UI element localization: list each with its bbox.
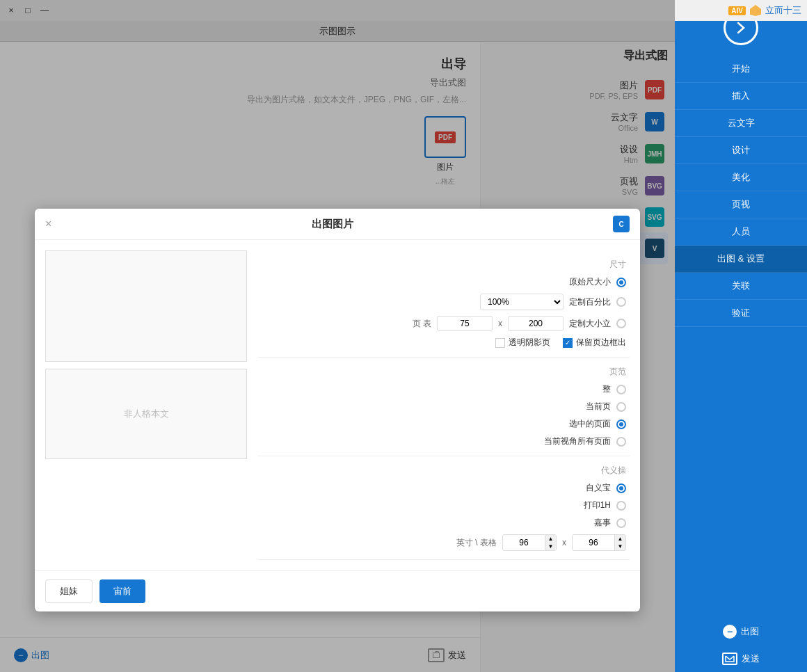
dialog-title-bar: × 出图图片 C bbox=[35, 209, 640, 240]
app-logo: AIV 立而十三 bbox=[728, 3, 801, 17]
current-page-radio[interactable] bbox=[616, 402, 626, 412]
dialog-close-button[interactable]: × bbox=[45, 218, 51, 230]
right-sidebar: 开始 插入 云文字 设计 美化 页视 人员 出图 & 设置 关联 验证 − 出图 bbox=[675, 0, 807, 672]
current-page-label: 当前页 bbox=[586, 401, 611, 413]
border-checkbox-item[interactable]: 保留页边框出 bbox=[563, 337, 626, 349]
res-inputs-row: 英寸 \ 表格 ▲ ▼ x ▲ bbox=[257, 534, 630, 551]
res-height-down[interactable]: ▼ bbox=[545, 543, 556, 550]
custom-pages-label: 当前视角所有页面 bbox=[544, 435, 611, 447]
shadow-checkbox-item[interactable]: 透明阴影页 bbox=[495, 337, 550, 349]
res-width-input[interactable] bbox=[573, 536, 614, 550]
percent-select[interactable]: 100% bbox=[480, 294, 564, 310]
dialog-icon: C bbox=[613, 216, 630, 232]
all-pages-radio[interactable] bbox=[616, 385, 626, 394]
cancel-button[interactable]: 姐妹 bbox=[45, 579, 93, 603]
unit-label: 页 表 bbox=[413, 318, 431, 330]
dialog-footer: 姐妹 宙前 bbox=[35, 570, 640, 611]
original-size-row: 原始尺大小 bbox=[257, 276, 630, 288]
resolution-section: 代义操 自义宝 打印1H 嘉事 英寸 \ 表格 bbox=[257, 456, 630, 560]
resolution-section-title: 代义操 bbox=[257, 465, 630, 482]
dialog-title: 出图图片 bbox=[312, 218, 353, 231]
sidebar-item-charu[interactable]: 插入 bbox=[675, 83, 807, 110]
minus-icon: − bbox=[723, 625, 737, 639]
selected-pages-label: 选中的页面 bbox=[569, 418, 611, 430]
screen-res-label: 嘉事 bbox=[594, 517, 611, 529]
sidebar-item-guanlian[interactable]: 关联 bbox=[675, 273, 807, 300]
custom-size-row: 页 表 x 定制大小立 bbox=[257, 316, 630, 331]
envelope-icon bbox=[722, 653, 737, 665]
custom-size-label: 定制大小立 bbox=[569, 318, 611, 330]
border-checkbox[interactable] bbox=[563, 338, 573, 348]
original-size-radio[interactable] bbox=[616, 278, 626, 287]
logo-badge: AIV bbox=[728, 6, 746, 15]
custom-res-row: 自义宝 bbox=[257, 482, 630, 494]
sidebar-item-meihua[interactable]: 美化 bbox=[675, 164, 807, 191]
print-res-row: 打印1H bbox=[257, 499, 630, 511]
size-section-title: 尺寸 bbox=[257, 259, 630, 276]
sidebar-item-yeshi[interactable]: 页视 bbox=[675, 191, 807, 218]
border-label: 保留页边框出 bbox=[576, 337, 626, 349]
res-width-spinner[interactable]: ▲ ▼ bbox=[572, 534, 626, 551]
width-input[interactable] bbox=[508, 316, 564, 331]
screen-res-row: 嘉事 bbox=[257, 517, 630, 529]
sidebar-bottom: − 出图 发送 bbox=[675, 618, 807, 672]
preview-text: 非人格本文 bbox=[45, 369, 247, 459]
dialog-body: 非人格本文 尺寸 原始尺大小 100% bbox=[35, 240, 640, 570]
res-unit-label: 英寸 \ 表格 bbox=[456, 537, 497, 549]
shadow-label: 透明阴影页 bbox=[509, 337, 550, 349]
original-size-label: 原始尺大小 bbox=[569, 276, 611, 288]
custom-pages-row: 当前视角所有页面 bbox=[257, 435, 630, 447]
x-separator: x bbox=[498, 319, 502, 328]
custom-res-label: 自义宝 bbox=[586, 482, 611, 494]
custom-res-radio[interactable] bbox=[616, 483, 626, 493]
export-dialog: × 出图图片 C 非人格本文 尺寸 bbox=[35, 209, 640, 611]
res-height-up[interactable]: ▲ bbox=[545, 535, 556, 543]
custom-percent-radio[interactable] bbox=[616, 297, 626, 307]
pages-section: 页范 整 当前页 选中的页面 当前视角所有页面 bbox=[257, 358, 630, 456]
screen-res-radio[interactable] bbox=[616, 518, 626, 528]
all-pages-label: 整 bbox=[602, 383, 611, 395]
res-width-down[interactable]: ▼ bbox=[614, 543, 625, 550]
res-x-separator: x bbox=[562, 538, 566, 547]
logo-icon bbox=[749, 3, 762, 17]
pages-section-title: 页范 bbox=[257, 366, 630, 383]
selected-pages-row: 选中的页面 bbox=[257, 418, 630, 430]
size-section: 尺寸 原始尺大小 100% 定制百分比 页 表 bbox=[257, 250, 630, 358]
sidebar-item-yunwenzi[interactable]: 云文字 bbox=[675, 110, 807, 137]
res-height-spinner[interactable]: ▲ ▼ bbox=[502, 534, 557, 551]
arrow-right-icon bbox=[733, 19, 749, 36]
preview-area: 非人格本文 bbox=[45, 250, 247, 560]
sidebar-bottom-chotu[interactable]: − 出图 bbox=[675, 618, 807, 646]
custom-size-radio[interactable] bbox=[616, 319, 626, 328]
dialog-overlay: × 出图图片 C 非人格本文 尺寸 bbox=[0, 0, 675, 672]
settings-area: 尺寸 原始尺大小 100% 定制百分比 页 表 bbox=[257, 250, 630, 560]
selected-pages-radio[interactable] bbox=[616, 419, 626, 429]
custom-pages-radio[interactable] bbox=[616, 437, 626, 447]
checkboxes-row: 透明阴影页 保留页边框出 bbox=[257, 337, 630, 349]
confirm-button[interactable]: 宙前 bbox=[99, 579, 145, 603]
sidebar-item-renyuan[interactable]: 人员 bbox=[675, 218, 807, 246]
sidebar-item-kaishi[interactable]: 开始 bbox=[675, 56, 807, 83]
preview-image bbox=[45, 250, 247, 362]
sidebar-bottom-fasong[interactable]: 发送 bbox=[675, 646, 807, 672]
logo-text: 立而十三 bbox=[765, 4, 801, 17]
all-pages-row: 整 bbox=[257, 383, 630, 395]
shadow-checkbox[interactable] bbox=[495, 338, 505, 348]
print-res-label: 打印1H bbox=[584, 499, 611, 511]
preview-text-label: 非人格本文 bbox=[124, 408, 169, 420]
sidebar-item-yanzheng[interactable]: 验证 bbox=[675, 300, 807, 327]
print-res-radio[interactable] bbox=[616, 501, 626, 511]
height-input[interactable] bbox=[437, 316, 493, 331]
sidebar-item-chutushezhi[interactable]: 出图 & 设置 bbox=[675, 246, 807, 273]
res-width-up[interactable]: ▲ bbox=[614, 535, 625, 543]
res-height-input[interactable] bbox=[503, 536, 545, 550]
custom-percent-row: 100% 定制百分比 bbox=[257, 294, 630, 310]
sidebar-item-sheji[interactable]: 设计 bbox=[675, 137, 807, 164]
current-page-row: 当前页 bbox=[257, 401, 630, 413]
custom-percent-label: 定制百分比 bbox=[569, 296, 611, 308]
